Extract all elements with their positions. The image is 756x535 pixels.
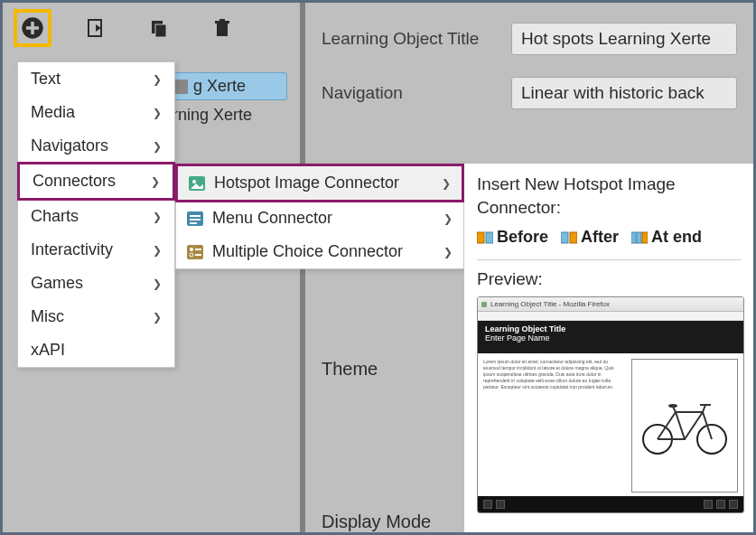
menu-item-xapi[interactable]: xAPI xyxy=(18,333,174,367)
menu-item-connectors[interactable]: Connectors❯ xyxy=(17,162,175,201)
add-button[interactable] xyxy=(14,9,51,47)
chevron-right-icon: ❯ xyxy=(442,177,451,190)
properties-panel: Learning Object Title Hot spots Learning… xyxy=(305,3,753,151)
svg-rect-13 xyxy=(190,215,201,217)
menu-item-interactivity[interactable]: Interactivity❯ xyxy=(18,233,174,267)
connectors-submenu: Hotspot Image Connector ❯ Menu Connector… xyxy=(175,164,464,269)
svg-rect-22 xyxy=(486,232,493,243)
trash-icon xyxy=(211,17,233,39)
chevron-right-icon: ❯ xyxy=(153,211,162,223)
svg-rect-8 xyxy=(219,19,225,21)
menu-item-games[interactable]: Games❯ xyxy=(18,267,174,300)
svg-rect-23 xyxy=(561,232,568,243)
insert-title: Insert New Hotspot Image Connector: xyxy=(477,173,741,219)
menu-item-media[interactable]: Media❯ xyxy=(18,96,174,129)
tree-item-label: g Xerte xyxy=(193,77,246,96)
submenu-item-multiple-choice[interactable]: Multiple Choice Connector ❯ xyxy=(176,235,463,268)
chevron-right-icon: ❯ xyxy=(443,212,453,225)
svg-point-11 xyxy=(192,180,196,183)
chevron-right-icon: ❯ xyxy=(153,140,162,153)
chevron-right-icon: ❯ xyxy=(153,244,162,257)
svg-rect-24 xyxy=(570,232,577,243)
svg-rect-14 xyxy=(190,219,201,221)
title-label: Learning Object Title xyxy=(322,29,511,49)
image-icon xyxy=(189,176,205,191)
delete-button[interactable] xyxy=(203,9,241,47)
insert-after-button[interactable]: After xyxy=(561,228,619,247)
preview-label: Preview: xyxy=(477,269,741,289)
plus-circle-icon xyxy=(20,15,45,41)
menu-item-text[interactable]: Text❯ xyxy=(18,62,174,96)
menu-item-misc[interactable]: Misc❯ xyxy=(18,300,174,333)
insert-end-icon xyxy=(631,230,648,245)
svg-rect-6 xyxy=(217,23,228,36)
svg-point-30 xyxy=(668,404,677,408)
svg-rect-27 xyxy=(642,232,648,243)
theme-label: Theme xyxy=(322,359,378,380)
menu-icon xyxy=(187,211,203,226)
submenu-item-menu-connector[interactable]: Menu Connector ❯ xyxy=(176,202,463,235)
svg-rect-19 xyxy=(195,249,201,250)
toolbar xyxy=(3,3,300,52)
svg-rect-20 xyxy=(195,254,201,256)
svg-rect-16 xyxy=(187,245,203,259)
chevron-right-icon: ❯ xyxy=(443,246,453,258)
insert-popup: Insert New Hotspot Image Connector: Befo… xyxy=(464,164,753,532)
svg-rect-26 xyxy=(637,232,641,243)
submenu-item-hotspot-image[interactable]: Hotspot Image Connector ❯ xyxy=(175,164,464,202)
tree-item-label: rning Xerte xyxy=(173,106,252,125)
insert-at-end-button[interactable]: At end xyxy=(631,228,702,247)
copy-icon xyxy=(148,17,170,39)
preview-thumbnail: Learning Object Title - Mozilla Firefox … xyxy=(477,296,744,513)
choice-icon xyxy=(187,245,203,259)
chevron-right-icon: ❯ xyxy=(153,277,162,290)
svg-point-17 xyxy=(190,248,193,251)
divider xyxy=(477,259,741,260)
svg-rect-7 xyxy=(215,21,229,23)
chevron-right-icon: ❯ xyxy=(151,175,160,188)
display-mode-label: Display Mode xyxy=(322,512,431,532)
nav-select[interactable]: Linear with historic back xyxy=(511,77,737,109)
tree-item-root[interactable]: g Xerte xyxy=(165,72,287,100)
chevron-right-icon: ❯ xyxy=(153,107,162,119)
bicycle-image xyxy=(631,359,738,493)
svg-rect-21 xyxy=(477,232,484,243)
insert-after-icon xyxy=(561,230,577,245)
page-icon xyxy=(173,80,188,94)
chevron-right-icon: ❯ xyxy=(153,311,162,324)
nav-label: Navigation xyxy=(322,83,511,103)
tree-item-child[interactable]: rning Xerte xyxy=(165,102,287,128)
import-icon xyxy=(85,17,107,39)
insert-before-button[interactable]: Before xyxy=(477,228,548,247)
title-input[interactable]: Hot spots Learning Xerte xyxy=(511,23,737,55)
svg-rect-25 xyxy=(631,232,636,243)
chevron-right-icon: ❯ xyxy=(153,73,162,86)
copy-button[interactable] xyxy=(140,9,178,47)
menu-item-charts[interactable]: Charts❯ xyxy=(18,200,174,233)
insert-before-icon xyxy=(477,230,493,245)
menu-item-navigators[interactable]: Navigators❯ xyxy=(18,129,174,163)
svg-rect-9 xyxy=(173,80,188,94)
add-menu: Text❯ Media❯ Navigators❯ Connectors❯ Cha… xyxy=(17,61,175,368)
svg-rect-2 xyxy=(26,26,39,30)
svg-rect-5 xyxy=(155,24,166,37)
svg-rect-15 xyxy=(190,222,197,224)
import-button[interactable] xyxy=(77,9,115,47)
